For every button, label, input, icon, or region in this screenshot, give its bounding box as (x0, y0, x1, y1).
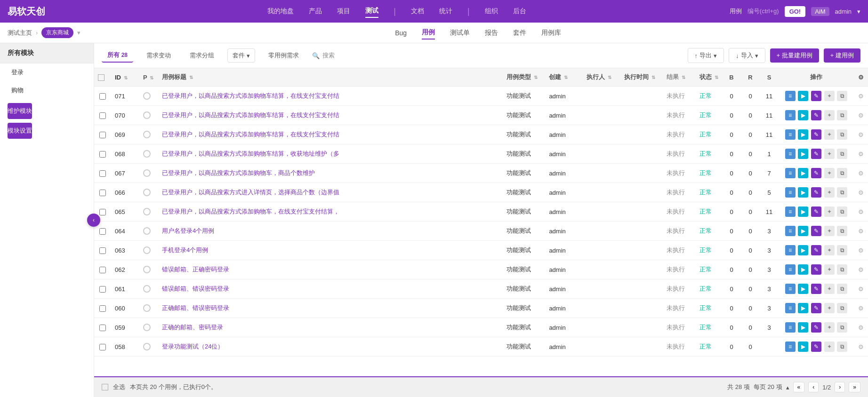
row-gear[interactable]: ⚙ (854, 222, 868, 241)
tab-testplan[interactable]: 测试单 (450, 27, 470, 39)
breadcrumb-home[interactable]: 测试主页 (8, 29, 32, 37)
op-detail-icon[interactable]: ≡ (785, 322, 796, 333)
row-title[interactable]: 已登录用户，以商品搜索方式添加购物车，在线支付宝支付结算， (158, 202, 503, 222)
row-title[interactable]: 手机登录4个用例 (158, 241, 503, 260)
sidebar-item-login[interactable]: 登录 (0, 64, 94, 81)
tab-report[interactable]: 报告 (485, 27, 498, 39)
op-edit-icon[interactable]: ✎ (811, 284, 821, 294)
row-checkbox[interactable] (94, 299, 111, 318)
filter-all[interactable]: 所有 28 (102, 48, 133, 63)
module-settings-button[interactable]: 模块设置 (8, 123, 32, 139)
row-checkbox[interactable] (94, 279, 111, 299)
col-status[interactable]: 状态 ⇅ (696, 68, 722, 87)
row-gear[interactable]: ⚙ (854, 337, 868, 357)
tab-caselib[interactable]: 用例库 (541, 27, 561, 39)
filter-suite-dropdown[interactable]: 套件 ▾ (227, 48, 255, 63)
page-next-button[interactable]: › (835, 382, 845, 392)
nav-org[interactable]: 组织 (485, 5, 498, 17)
row-checkbox[interactable] (94, 106, 111, 125)
op-detail-icon[interactable]: ≡ (785, 187, 796, 198)
page-first-button[interactable]: « (793, 382, 805, 392)
op-copy-icon[interactable]: ⧉ (837, 206, 847, 217)
search-area[interactable]: 🔍 搜索 (312, 51, 335, 60)
op-copy-icon[interactable]: ⧉ (837, 149, 847, 159)
op-link-icon[interactable]: ✦ (824, 341, 835, 352)
col-result[interactable]: 结果 ⇅ (663, 68, 696, 87)
tab-suite[interactable]: 套件 (513, 27, 526, 39)
sidebar-item-shop[interactable]: 购物 (0, 81, 94, 99)
nav-test[interactable]: 测试 (365, 5, 378, 18)
op-copy-icon[interactable]: ⧉ (837, 110, 847, 120)
row-gear[interactable]: ⚙ (854, 299, 868, 318)
col-id[interactable]: ID ⇅ (111, 68, 139, 87)
row-checkbox[interactable] (94, 144, 111, 164)
op-detail-icon[interactable]: ≡ (785, 91, 796, 101)
op-copy-icon[interactable]: ⧉ (837, 91, 847, 101)
col-create[interactable]: 创建 ⇅ (545, 68, 583, 87)
op-detail-icon[interactable]: ≡ (785, 245, 796, 255)
row-checkbox[interactable] (94, 260, 111, 279)
row-checkbox[interactable] (94, 164, 111, 183)
op-run-icon[interactable]: ▶ (798, 264, 808, 275)
breadcrumb-project[interactable]: 京东商城 (41, 27, 73, 38)
sidebar-collapse-button[interactable]: ‹ (87, 214, 100, 227)
page-prev-button[interactable]: ‹ (808, 382, 819, 392)
op-edit-icon[interactable]: ✎ (811, 187, 821, 198)
op-link-icon[interactable]: ✦ (824, 168, 835, 178)
op-link-icon[interactable]: ✦ (824, 149, 835, 159)
row-gear[interactable]: ⚙ (854, 87, 868, 106)
row-gear[interactable]: ⚙ (854, 183, 868, 202)
filter-demand-group[interactable]: 需求分组 (184, 49, 220, 62)
row-gear[interactable]: ⚙ (854, 144, 868, 164)
batch-create-button[interactable]: + 批量建用例 (770, 48, 819, 63)
create-button[interactable]: + 建用例 (824, 48, 860, 63)
op-link-icon[interactable]: ✦ (824, 303, 835, 313)
op-copy-icon[interactable]: ⧉ (837, 245, 847, 255)
row-gear[interactable]: ⚙ (854, 202, 868, 222)
import-button[interactable]: ↓ 导入 ▾ (729, 48, 765, 63)
filter-demand-change[interactable]: 需求变动 (141, 49, 177, 62)
nav-myplace[interactable]: 我的地盘 (267, 5, 294, 17)
row-title[interactable]: 登录功能测试（24位） (158, 337, 503, 357)
row-checkbox[interactable] (94, 183, 111, 202)
op-copy-icon[interactable]: ⧉ (837, 129, 847, 140)
op-detail-icon[interactable]: ≡ (785, 226, 796, 236)
user-label[interactable]: admin (835, 8, 852, 15)
col-exectime[interactable]: 执行时间 ⇅ (620, 68, 663, 87)
op-link-icon[interactable]: ✦ (824, 129, 835, 140)
op-run-icon[interactable]: ▶ (798, 149, 808, 159)
op-link-icon[interactable]: ✦ (824, 284, 835, 294)
op-edit-icon[interactable]: ✎ (811, 129, 821, 140)
op-run-icon[interactable]: ▶ (798, 226, 808, 236)
op-link-icon[interactable]: ✦ (824, 245, 835, 255)
op-run-icon[interactable]: ▶ (798, 168, 808, 178)
row-title[interactable]: 已登录用户，以商品搜索方式添加购物车，商品个数维护 (158, 164, 503, 183)
row-checkbox[interactable] (94, 87, 111, 106)
perpage-chevron-icon[interactable]: ▴ (786, 384, 789, 391)
op-detail-icon[interactable]: ≡ (785, 303, 796, 313)
export-button[interactable]: ↑ 导出 ▾ (688, 48, 724, 63)
op-run-icon[interactable]: ▶ (798, 303, 808, 313)
op-detail-icon[interactable]: ≡ (785, 264, 796, 275)
row-title[interactable]: 正确邮箱、错误密码登录 (158, 299, 503, 318)
op-link-icon[interactable]: ✦ (824, 91, 835, 101)
op-detail-icon[interactable]: ≡ (785, 206, 796, 217)
op-detail-icon[interactable]: ≡ (785, 110, 796, 120)
row-gear[interactable]: ⚙ (854, 318, 868, 337)
op-copy-icon[interactable]: ⧉ (837, 264, 847, 275)
nav-stat[interactable]: 统计 (439, 5, 452, 17)
go-button[interactable]: GO! (785, 6, 806, 17)
op-detail-icon[interactable]: ≡ (785, 168, 796, 178)
col-executor[interactable]: 执行人 ⇅ (583, 68, 620, 87)
op-link-icon[interactable]: ✦ (824, 206, 835, 217)
op-detail-icon[interactable]: ≡ (785, 149, 796, 159)
row-checkbox[interactable] (94, 337, 111, 357)
tab-bug[interactable]: Bug (395, 27, 407, 39)
op-copy-icon[interactable]: ⧉ (837, 284, 847, 294)
op-edit-icon[interactable]: ✎ (811, 110, 821, 120)
row-title[interactable]: 错误邮箱、错误密码登录 (158, 279, 503, 299)
op-detail-icon[interactable]: ≡ (785, 284, 796, 294)
op-copy-icon[interactable]: ⧉ (837, 303, 847, 313)
row-gear[interactable]: ⚙ (854, 164, 868, 183)
op-copy-icon[interactable]: ⧉ (837, 187, 847, 198)
